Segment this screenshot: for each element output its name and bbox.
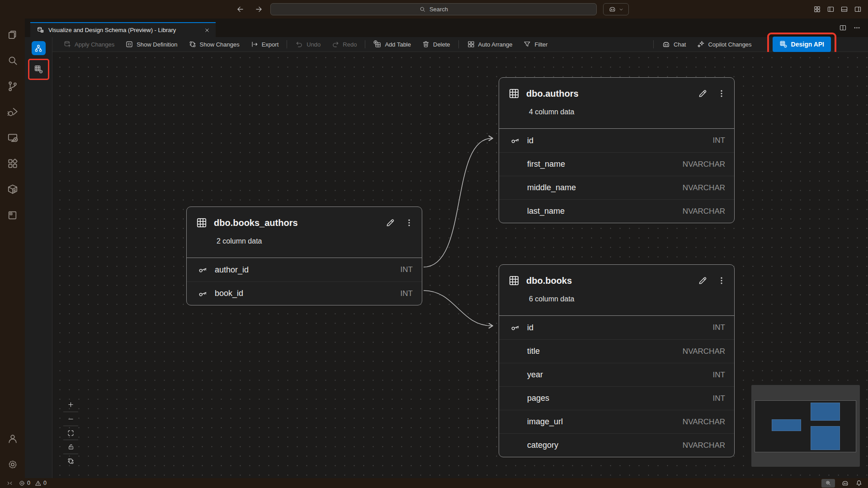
apply-changes-button[interactable]: Apply Changes	[58, 37, 120, 52]
activity-bar	[0, 19, 25, 478]
show-definition-button[interactable]: Show Definition	[120, 37, 183, 52]
minimap[interactable]	[751, 385, 860, 467]
zoom-status-button[interactable]	[821, 479, 835, 488]
copilot-status-icon[interactable]	[841, 479, 849, 487]
fit-view-button[interactable]	[63, 426, 78, 440]
sidebar-item-containers[interactable]	[4, 180, 22, 198]
split-editor-icon[interactable]	[839, 24, 847, 32]
table-name: dbo.books_authors	[214, 218, 378, 228]
copilot-icon	[662, 40, 670, 49]
add-table-icon	[373, 40, 382, 48]
design-api-button[interactable]: Design API	[773, 37, 831, 52]
sidebar-item-search[interactable]	[4, 52, 22, 70]
sidebar-item-database-projects[interactable]	[4, 206, 22, 224]
column-row[interactable]: author_id INT	[187, 258, 422, 282]
edit-table-button[interactable]	[385, 217, 396, 228]
lock-button[interactable]	[63, 440, 78, 454]
export-button[interactable]: Export	[245, 37, 284, 52]
vscode-window: Search Visualize and Design Schema (Prev	[0, 0, 868, 488]
column-row[interactable]: middle_name NVARCHAR	[499, 176, 734, 199]
copilot-menu-button[interactable]	[603, 3, 629, 15]
undo-icon	[295, 40, 303, 48]
column-row[interactable]: id INT	[499, 129, 734, 152]
visualize-schema-tool-button[interactable]	[32, 41, 46, 55]
database-apply-icon	[63, 40, 71, 48]
table-menu-button[interactable]	[405, 218, 414, 227]
back-icon[interactable]	[236, 5, 245, 14]
close-icon[interactable]	[204, 27, 210, 33]
auto-arrange-button[interactable]: Auto Arrange	[462, 37, 518, 52]
zoom-out-button[interactable]	[63, 412, 78, 426]
search-input[interactable]: Search	[270, 3, 597, 15]
tab-visualize-schema[interactable]: Visualize and Design Schema (Preview) - …	[30, 22, 216, 37]
column-row[interactable]: category NVARCHAR	[499, 433, 734, 457]
table-menu-button[interactable]	[717, 276, 726, 285]
chat-button[interactable]: Chat	[656, 37, 691, 52]
titlebar: Search	[0, 0, 868, 19]
relationship-edges	[52, 52, 868, 478]
column-row[interactable]: book_id INT	[187, 282, 422, 305]
add-table-button[interactable]: Add Table	[368, 37, 416, 52]
column-count: 4 column data	[529, 108, 726, 116]
show-changes-button[interactable]: Show Changes	[183, 37, 245, 52]
edit-table-button[interactable]	[697, 275, 708, 286]
sidebar-item-source-control[interactable]	[4, 77, 22, 95]
debug-icon	[7, 106, 19, 118]
delete-button[interactable]: Delete	[416, 37, 456, 52]
primary-key-icon	[196, 289, 210, 299]
sidebar-item-extensions[interactable]	[4, 155, 22, 173]
table-menu-button[interactable]	[717, 89, 726, 98]
container-icon	[7, 183, 19, 195]
sidebar-item-explorer[interactable]	[4, 26, 22, 44]
extensions-icon	[7, 158, 19, 169]
redo-button[interactable]: Redo	[326, 37, 362, 52]
undo-button[interactable]: Undo	[290, 37, 326, 52]
account-button[interactable]	[4, 430, 22, 448]
toggle-secondary-sidebar-icon[interactable]	[854, 5, 862, 13]
remote-indicator[interactable]	[6, 480, 13, 487]
toggle-panel-icon[interactable]	[840, 5, 848, 13]
zoom-in-button[interactable]	[63, 398, 78, 412]
table-icon	[508, 275, 520, 286]
table-node-books-authors[interactable]: dbo.books_authors 2 column data author_i…	[186, 206, 422, 305]
minimap-viewport	[755, 400, 856, 452]
sparkle-icon	[697, 40, 705, 48]
table-icon	[508, 88, 520, 99]
edit-table-button[interactable]	[697, 88, 708, 99]
column-row[interactable]: image_url NVARCHAR	[499, 410, 734, 433]
copilot-changes-button[interactable]: Copilot Changes	[691, 37, 757, 52]
toggle-sidebar-icon[interactable]	[827, 5, 835, 13]
tab-title: Visualize and Design Schema (Preview) - …	[48, 27, 200, 33]
bell-icon[interactable]	[855, 479, 863, 487]
schema-canvas[interactable]: dbo.authors 4 column data id INT first_n…	[52, 52, 868, 478]
search-icon	[7, 55, 19, 66]
sync-changes-button[interactable]	[63, 454, 78, 468]
sidebar-item-remote-explorer[interactable]	[4, 129, 22, 147]
trash-icon	[422, 40, 430, 48]
sidebar-item-run-debug[interactable]	[4, 103, 22, 121]
error-count: 0	[27, 480, 30, 486]
settings-button[interactable]	[4, 455, 22, 474]
forward-icon[interactable]	[255, 5, 263, 14]
more-actions-icon[interactable]	[853, 24, 861, 32]
toolbar-separator	[458, 40, 459, 48]
column-row[interactable]: last_name NVARCHAR	[499, 199, 734, 223]
search-icon	[419, 6, 426, 13]
column-row[interactable]: id INT	[499, 316, 734, 339]
canvas-controls	[63, 398, 78, 468]
remote-explorer-icon	[7, 132, 19, 144]
arrange-icon	[467, 40, 475, 48]
column-row[interactable]: title NVARCHAR	[499, 339, 734, 363]
problems-indicator[interactable]: 0 0	[19, 480, 47, 487]
table-designer-tool-button[interactable]	[32, 62, 46, 76]
customize-layout-icon[interactable]	[813, 5, 821, 13]
table-gear-icon	[34, 65, 43, 74]
column-row[interactable]: year INT	[499, 363, 734, 386]
column-row[interactable]: first_name NVARCHAR	[499, 152, 734, 176]
warning-icon	[35, 480, 42, 487]
filter-button[interactable]: Filter	[518, 37, 553, 52]
table-node-authors[interactable]: dbo.authors 4 column data id INT first_n…	[499, 77, 735, 223]
toolbar-separator	[287, 40, 287, 48]
table-node-books[interactable]: dbo.books 6 column data id INT title NVA…	[499, 264, 735, 457]
column-row[interactable]: pages INT	[499, 386, 734, 410]
